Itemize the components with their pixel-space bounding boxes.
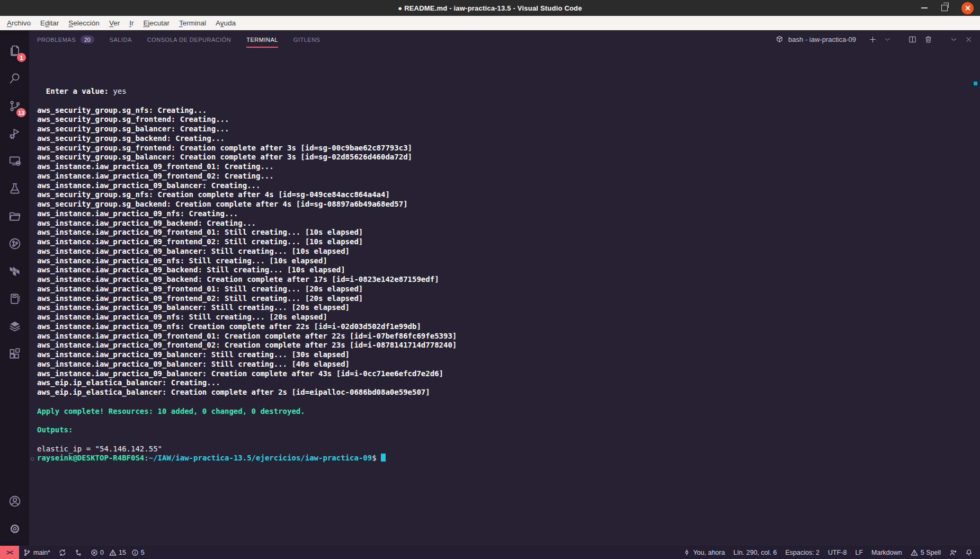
scrollbar-decoration: [974, 82, 977, 85]
terminal-line: aws_eip.ip_elastica_balancer: Creation c…: [37, 388, 980, 397]
sidebar-item-extensions[interactable]: [0, 340, 29, 368]
terminal-line: aws_instance.iaw_practica_09_balancer: C…: [37, 369, 980, 379]
bash-cube-icon: [775, 35, 784, 44]
status-bar: >< main* 0 15 5 You, ahora Lín. 290, col…: [0, 546, 980, 559]
restore-button[interactable]: [941, 5, 948, 11]
minimize-icon: [921, 7, 928, 8]
terminal-line: aws_instance.iaw_practica_09_nfs: Creati…: [37, 209, 980, 219]
terminal-line: aws_eip.ip_elastica_balancer: Creating..…: [37, 378, 980, 388]
status-bar-right: You, ahora Lín. 290, col. 6 Espacios: 2 …: [679, 546, 980, 559]
terminal-line: [37, 77, 980, 87]
remote-indicator[interactable]: ><: [0, 546, 19, 559]
terminal-line: aws_instance.iaw_practica_09_nfs: Still …: [37, 256, 980, 266]
settings-button[interactable]: [0, 515, 29, 543]
gitlens-blame[interactable]: You, ahora: [679, 546, 729, 559]
tab-label: PROBLEMAS: [37, 37, 76, 43]
kill-terminal-icon[interactable]: [924, 35, 933, 44]
sidebar-item-folder[interactable]: [0, 202, 29, 230]
menu-terminal[interactable]: Terminal: [174, 19, 211, 27]
tab-problemas[interactable]: PROBLEMAS 20: [37, 31, 94, 48]
terminal-instance[interactable]: bash - iaw-practica-09: [775, 35, 856, 44]
feedback-button[interactable]: [945, 546, 961, 559]
gear-icon: [8, 522, 22, 536]
bell-icon: [965, 549, 973, 556]
panel-maximize-icon[interactable]: [950, 36, 958, 43]
search-icon: [8, 72, 22, 85]
branch-indicator[interactable]: main*: [19, 546, 55, 559]
terminal-line: [37, 435, 980, 445]
spell-checker[interactable]: 5 Spell: [906, 546, 945, 559]
sidebar-item-remote-explorer[interactable]: [0, 147, 29, 175]
terminal-line: aws_security_group.sg_frontend: Creating…: [37, 115, 980, 125]
terminal-line: aws_instance.iaw_practica_09_backend: Cr…: [37, 275, 980, 285]
activity-bar-bottom: [0, 487, 29, 546]
sidebar-item-explorer[interactable]: 1: [0, 37, 29, 65]
sidebar-item-terraform[interactable]: [0, 258, 29, 285]
tab-terminal[interactable]: TERMINAL: [246, 31, 278, 48]
sidebar-item-notebook[interactable]: [0, 285, 29, 313]
new-terminal-icon[interactable]: [868, 35, 877, 44]
tab-salida[interactable]: SALIDA: [110, 31, 132, 48]
error-icon: [91, 549, 98, 556]
command-decoration-icon[interactable]: ○: [31, 454, 34, 464]
terminal-line: aws_instance.iaw_practica_09_frontend_02…: [37, 172, 980, 181]
terminal-line: [37, 49, 980, 59]
minimize-button[interactable]: [921, 7, 928, 8]
title-bar: ● README.md - iaw-practica-13.5 - Visual…: [0, 0, 980, 16]
sidebar-item-search[interactable]: [0, 65, 29, 92]
account-button[interactable]: [0, 487, 29, 515]
menu-ayuda[interactable]: Ayuda: [211, 19, 240, 27]
terminal-dropdown-icon[interactable]: [884, 36, 891, 43]
problems-indicator[interactable]: 0 15 5: [86, 546, 152, 559]
close-panel-icon[interactable]: [965, 36, 973, 43]
tab-label: TERMINAL: [246, 37, 278, 43]
split-terminal-icon[interactable]: [908, 35, 917, 44]
explorer-badge: 1: [17, 53, 26, 62]
sidebar-item-source-control[interactable]: 13: [0, 92, 29, 120]
sidebar-item-gitlens[interactable]: [0, 230, 29, 258]
menu-ver[interactable]: Ver: [104, 19, 124, 27]
terminal-instance-label: bash - iaw-practica-09: [788, 36, 856, 43]
tab-label: GITLENS: [293, 37, 320, 43]
cursor-position[interactable]: Lín. 290, col. 6: [729, 546, 781, 559]
menu-ejecutar[interactable]: Ejecutar: [138, 19, 174, 27]
menu-seleccion[interactable]: Selección: [64, 19, 104, 27]
terminal-line: aws_security_group.sg_backend: Creation …: [37, 200, 980, 209]
eol-selector[interactable]: LF: [851, 546, 868, 559]
remote-icon: ><: [6, 549, 13, 556]
terminal-line: aws_instance.iaw_practica_09_frontend_01…: [37, 332, 980, 341]
menu-editar[interactable]: Editar: [35, 19, 64, 27]
sidebar-item-run-debug[interactable]: [0, 120, 29, 147]
sidebar-item-testing[interactable]: [0, 175, 29, 202]
tab-label: SALIDA: [110, 37, 132, 43]
tab-consola-depuracion[interactable]: CONSOLA DE DEPURACIÓN: [147, 31, 231, 48]
remote-explorer-icon: [8, 154, 22, 168]
menu-ir[interactable]: Ir: [124, 19, 138, 27]
tab-gitlens[interactable]: GITLENS: [293, 31, 320, 48]
language-mode[interactable]: Markdown: [867, 546, 906, 559]
indentation[interactable]: Espacios: 2: [781, 546, 824, 559]
blame-text: You, ahora: [693, 549, 725, 556]
terminal-line: aws_instance.iaw_practica_09_nfs: Creati…: [37, 322, 980, 332]
sync-button[interactable]: [55, 546, 70, 559]
terraform-icon: [8, 264, 22, 278]
terminal-line: Apply complete! Resources: 10 added, 0 c…: [37, 407, 980, 416]
terminal-line: elastic_ip = "54.146.142.55": [37, 445, 980, 454]
terminal-output[interactable]: Enter a value: yes aws_security_group.sg…: [29, 48, 980, 546]
beaker-icon: [8, 182, 22, 196]
terminal-line: aws_security_group.sg_balancer: Creating…: [37, 125, 980, 134]
spell-warning-icon: [911, 549, 918, 556]
close-button[interactable]: [961, 2, 974, 14]
commit-graph-icon: [75, 549, 82, 556]
encoding[interactable]: UTF-8: [824, 546, 851, 559]
source-control-graph-button[interactable]: [70, 546, 86, 559]
sidebar-item-layers[interactable]: [0, 313, 29, 340]
notifications-button[interactable]: [961, 546, 977, 559]
feedback-icon: [949, 549, 957, 556]
terminal-line: aws_instance.iaw_practica_09_backend: St…: [37, 265, 980, 275]
terminal-line: aws_instance.iaw_practica_09_balancer: C…: [37, 181, 980, 191]
menu-archivo[interactable]: Archivo: [2, 19, 35, 27]
terminal-line: aws_instance.iaw_practica_09_backend: Cr…: [37, 219, 980, 228]
info-count: 5: [141, 549, 145, 556]
notebook-icon: [8, 292, 22, 306]
